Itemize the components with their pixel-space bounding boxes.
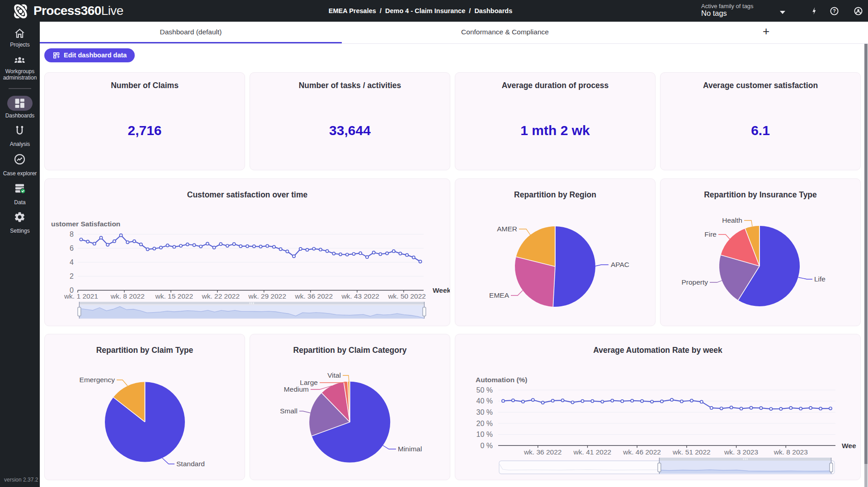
svg-text:?: ? bbox=[833, 8, 836, 14]
